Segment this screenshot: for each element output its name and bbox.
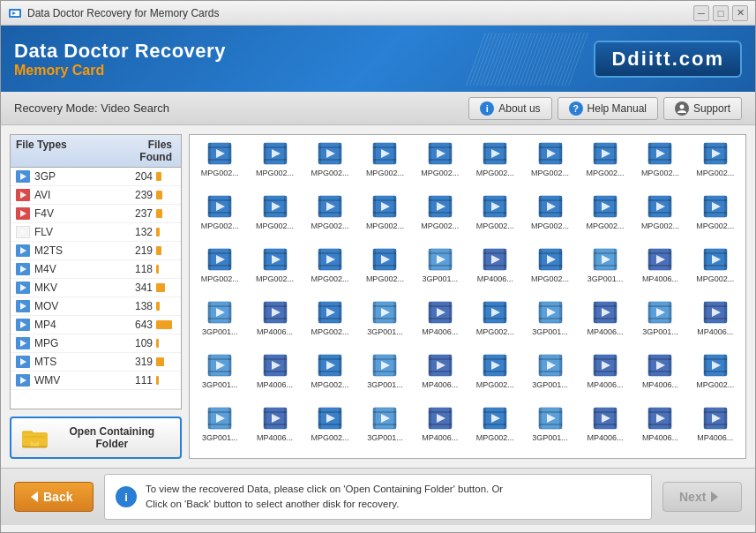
grid-item[interactable]: MPG002... [633,191,686,243]
grid-item[interactable]: MPG002... [523,139,576,190]
grid-item[interactable]: MP4006... [689,297,742,349]
grid-item[interactable]: 3GP001... [193,350,246,402]
svg-rect-169 [704,199,727,201]
file-row[interactable]: MOV138 [11,297,181,316]
about-us-button[interactable]: i About us [468,97,551,120]
grid-item[interactable]: MPG002... [414,139,467,190]
grid-item[interactable]: MP4006... [579,403,632,454]
file-row[interactable]: MTS319 [11,353,181,372]
grid-item[interactable]: 3GP001... [523,350,576,402]
grid-item[interactable]: MPG002... [303,350,356,402]
grid-item[interactable]: MPG002... [689,139,742,190]
grid-item[interactable]: MPG002... [689,191,742,243]
svg-rect-274 [429,305,452,307]
grid-item[interactable]: MP4006... [468,244,521,296]
maximize-button[interactable]: □ [713,5,729,21]
grid-item[interactable]: MPG002... [358,191,411,243]
grid-item[interactable]: MPG002... [689,350,742,402]
grid-item[interactable]: MP4006... [414,297,467,349]
grid-item[interactable]: MP4006... [248,297,301,349]
svg-rect-189 [339,249,341,270]
grid-item[interactable]: 3GP001... [358,350,411,402]
grid-item[interactable]: MPG002... [303,191,356,243]
grid-item[interactable]: MPG002... [248,139,301,190]
file-row[interactable]: M4V118 [11,260,181,279]
grid-item[interactable]: MPG002... [193,244,246,296]
grid-item[interactable]: MP4006... [579,297,632,349]
grid-item[interactable]: MP4006... [414,403,467,454]
window-controls: ─ □ ✕ [693,5,748,21]
file-row[interactable]: MKV341 [11,279,181,297]
grid-item[interactable]: MPG002... [579,139,632,190]
next-arrow-icon [711,492,718,502]
footer-info-text: To view the recovered Data, please click… [146,482,503,513]
minimize-button[interactable]: ─ [693,5,709,21]
grid-item[interactable]: MPG002... [358,139,411,190]
grid-item[interactable]: MPG002... [468,191,521,243]
svg-rect-107 [208,212,231,214]
support-button[interactable]: Support [663,97,742,120]
grid-item[interactable]: 3GP001... [523,297,576,349]
grid-item[interactable]: MPG002... [633,139,686,190]
next-button[interactable]: Next [662,482,742,512]
grid-item[interactable]: 3GP001... [579,244,632,296]
grid-item[interactable]: MP4006... [633,403,686,454]
file-row[interactable]: 3GP204 [11,168,181,186]
file-row[interactable]: WMV111 [11,372,181,390]
grid-item[interactable]: MPG002... [689,244,742,296]
grid-item[interactable]: MPG002... [303,403,356,454]
grid-item[interactable]: MPG002... [303,297,356,349]
grid-item[interactable]: MP4006... [248,403,301,454]
file-row[interactable]: F4V237 [11,205,181,223]
grid-item[interactable]: MPG002... [193,191,246,243]
svg-rect-240 [704,265,727,266]
grid-item[interactable]: MP4006... [414,350,467,402]
next-label: Next [679,490,706,504]
grid-item[interactable]: MPG002... [468,139,521,190]
grid-item[interactable]: MPG002... [579,191,632,243]
grid-item[interactable]: MPG002... [523,191,576,243]
grid-item[interactable]: 3GP001... [523,403,576,454]
grid-item[interactable]: MPG002... [303,244,356,296]
grid-item[interactable]: 3GP001... [193,403,246,454]
grid-item[interactable]: MPG002... [358,244,411,296]
grid-item[interactable]: 3GP001... [358,403,411,454]
grid-item[interactable]: MPG002... [414,191,467,243]
file-type-icon [16,244,30,257]
grid-item[interactable]: MPG002... [468,297,521,349]
file-row[interactable]: MPG109 [11,334,181,353]
grid-item[interactable]: MP4006... [579,350,632,402]
open-containing-folder-button[interactable]: Open Containing Folder [10,417,182,459]
grid-item[interactable]: MPG002... [468,350,521,402]
grid-item-name: MPG002... [586,169,624,178]
grid-item[interactable]: MPG002... [468,403,521,454]
help-manual-button[interactable]: ? Help Manual [558,97,658,120]
grid-item[interactable]: MP4006... [689,403,742,454]
grid-item[interactable]: 3GP001... [358,297,411,349]
grid-item[interactable]: MPG002... [248,244,301,296]
svg-rect-177 [208,265,231,266]
grid-item[interactable]: 3GP001... [414,244,467,296]
close-button[interactable]: ✕ [732,5,748,21]
grid-item[interactable]: MP4006... [633,244,686,296]
file-row[interactable]: MP4643 [11,316,181,334]
grid-item-icon [207,354,232,380]
svg-rect-296 [594,318,617,319]
file-row[interactable]: AVI239 [11,186,181,205]
grid-item[interactable]: MPG002... [523,244,576,296]
grid-item[interactable]: 3GP001... [193,297,246,349]
grid-item[interactable]: 3GP001... [633,297,686,349]
grid-item[interactable]: MP4006... [248,350,301,402]
file-row[interactable]: M2TS219 [11,242,181,260]
svg-rect-331 [318,371,341,372]
file-row[interactable]: FLV132 [11,223,181,242]
file-type-icon [16,207,30,220]
grid-item[interactable]: MPG002... [303,139,356,190]
grid-item[interactable]: MPG002... [248,191,301,243]
grid-item-icon [428,354,453,380]
file-bar-container [156,302,176,311]
grid-item[interactable]: MPG002... [193,139,246,190]
back-button[interactable]: Back [14,482,94,512]
svg-rect-281 [483,305,506,307]
grid-item[interactable]: MP4006... [633,350,686,402]
